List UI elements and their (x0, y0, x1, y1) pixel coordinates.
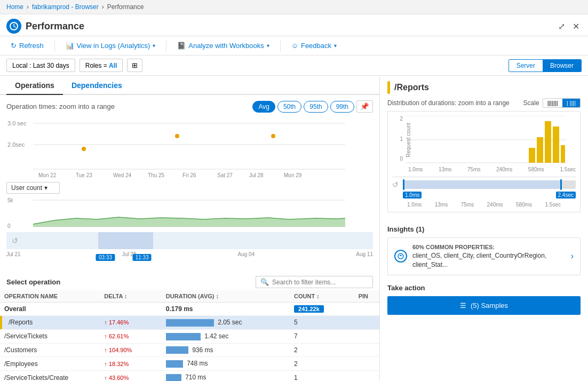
filter-bar: Local : Last 30 days Roles = All ⊞ Serve… (0, 55, 588, 76)
table-row-overall[interactable]: Overall 0.179 ms 241.22k (0, 303, 379, 316)
analyze-workbooks-button[interactable]: 📓 Analyze with Workbooks ▾ (173, 39, 273, 52)
insights-title: Insights (1) (387, 225, 581, 233)
search-box: 🔍 (256, 276, 373, 288)
svg-text:5k: 5k (7, 197, 14, 203)
search-input[interactable] (272, 279, 368, 286)
pill-99th[interactable]: 99th (330, 101, 354, 113)
table-row-servicetickets[interactable]: /ServiceTickets ↑ 62.61% 1.42 sec 7 (0, 329, 379, 343)
report-title: /Reports (394, 83, 429, 92)
server-button[interactable]: Server (509, 60, 543, 72)
table-row-servicetickets-create[interactable]: /ServiceTickets/Create ↑ 43.60% 710 ms 1 (0, 371, 379, 381)
table-row-reports[interactable]: /Reports ↑ 17.46% 2.05 sec 5 (0, 316, 379, 330)
scale-control: Scale ||||||| | |||| (523, 98, 581, 108)
take-action-title: Take action (387, 284, 581, 292)
operations-table: OPERATION NAME DELTA ↕ DURATION (AVG) ↕ … (0, 290, 379, 381)
performance-icon (6, 19, 21, 34)
scale-log-btn[interactable]: | |||| (562, 99, 580, 107)
breadcrumb-home[interactable]: Home (6, 3, 23, 11)
svg-text:Mon 29: Mon 29 (284, 172, 302, 178)
svg-point-7 (175, 134, 179, 138)
right-panel-header: /Reports (387, 81, 581, 94)
svg-text:0: 0 (7, 223, 11, 229)
svg-text:Jul 28: Jul 28 (249, 172, 264, 178)
report-indicator (387, 81, 390, 94)
tab-operations[interactable]: Operations (6, 76, 63, 95)
y-axis-label: Request count (406, 123, 411, 157)
svg-point-8 (271, 134, 275, 138)
duration-bar-customers (166, 346, 188, 354)
feedback-button[interactable]: ☺ Feedback ▾ (287, 39, 341, 52)
refresh-icon: ↻ (11, 42, 17, 50)
range-label-end: 2.4sec (556, 192, 576, 199)
workbooks-icon: 📓 (177, 42, 186, 50)
workbooks-chevron-icon: ▾ (267, 43, 269, 49)
user-count-dropdown[interactable]: User count ▾ (6, 182, 60, 194)
feedback-icon: ☺ (291, 42, 298, 50)
col-duration: DURATION (AVG) ↕ (162, 290, 278, 303)
svg-text:3.0 sec: 3.0 sec (7, 120, 27, 126)
breadcrumb: Home › fabrikamprod - Browser › Performa… (0, 0, 588, 14)
roles-filter-button[interactable]: Roles = All (80, 59, 123, 72)
logs-icon: 📊 (66, 42, 74, 50)
browser-button[interactable]: Browser (543, 60, 581, 72)
page-header: Performance ⤢ ✕ (0, 14, 588, 36)
feedback-chevron-icon: ▾ (334, 43, 337, 49)
timeline-reset-icon[interactable]: ↺ (12, 236, 18, 245)
operations-table-container: OPERATION NAME DELTA ↕ DURATION (AVG) ↕ … (0, 290, 379, 381)
samples-button[interactable]: ☰ (5) Samples (387, 296, 581, 315)
dropdown-chevron-icon: ▾ (44, 184, 47, 192)
breadcrumb-resource[interactable]: fabrikamprod - Browser (32, 3, 99, 11)
range-reset-icon[interactable]: ↺ (392, 180, 399, 189)
select-operation-header: Select operation 🔍 (0, 272, 379, 290)
svg-rect-27 (545, 121, 551, 163)
insight-card[interactable]: 60% COMMON PROPERTIES: client_OS, client… (387, 237, 581, 275)
scale-toggle: ||||||| | |||| (543, 98, 581, 108)
sort-count-icon[interactable]: ↕ (316, 293, 320, 299)
close-button[interactable]: ✕ (570, 19, 582, 34)
svg-text:Sat 27: Sat 27 (217, 172, 233, 178)
scale-linear-btn[interactable]: ||||||| (543, 99, 562, 107)
right-panel: /Reports Distribution of durations: zoom… (380, 76, 588, 381)
refresh-button[interactable]: ↻ Refresh (6, 39, 48, 52)
pin-chart-button[interactable]: 📌 (356, 100, 373, 113)
svg-point-6 (82, 147, 86, 151)
filter-icon-button[interactable]: ⊞ (127, 59, 142, 72)
col-operation-name: OPERATION NAME (0, 290, 100, 303)
pill-95th[interactable]: 95th (304, 101, 328, 113)
dist-bars-svg (406, 116, 566, 164)
left-panel: Operations Dependencies Operation times:… (0, 76, 380, 381)
pill-50th[interactable]: 50th (277, 101, 301, 113)
table-row-customers[interactable]: /Customers ↑ 104.90% 936 ms 2 (0, 343, 379, 357)
sort-duration-icon[interactable]: ↕ (216, 293, 219, 299)
duration-bar-servicetickets (166, 333, 201, 340)
duration-bar-employees (166, 360, 183, 368)
view-in-logs-button[interactable]: 📊 View in Logs (Analytics) ▾ (61, 39, 160, 52)
overall-duration: 0.179 ms (162, 303, 278, 316)
col-count: COUNT ↕ (290, 290, 343, 303)
insight-icon (394, 250, 407, 263)
insight-chevron-icon: › (571, 251, 574, 261)
time-filter-button[interactable]: Local : Last 30 days (6, 59, 75, 72)
server-browser-toggle: Server Browser (508, 59, 582, 72)
timeline-marker-right: 11:33 (133, 254, 152, 261)
dist-chart: 2 1 0 Request count (387, 111, 581, 212)
svg-text:Fri 26: Fri 26 (182, 172, 196, 178)
maximize-button[interactable]: ⤢ (556, 19, 567, 34)
svg-rect-25 (529, 148, 535, 163)
svg-rect-26 (537, 137, 543, 163)
search-icon: 🔍 (260, 278, 269, 286)
page-title: Performance (26, 21, 84, 32)
svg-text:Thu 25: Thu 25 (148, 172, 165, 178)
table-icon: ☰ (460, 301, 466, 309)
range-label-start: 1.0ms (403, 192, 422, 199)
table-row-employees[interactable]: /Employees ↑ 18.32% 748 ms 2 (0, 357, 379, 371)
sort-delta-icon[interactable]: ↕ (124, 293, 128, 299)
chart-title: Operation times: zoom into a range (6, 102, 115, 110)
toolbar: ↻ Refresh 📊 View in Logs (Analytics) ▾ 📓… (0, 36, 588, 55)
tab-dependencies[interactable]: Dependencies (63, 76, 131, 95)
main-chart: 3.0 sec 2.0sec Mon 22 Tue 23 Wed 24 Thu … (6, 116, 373, 180)
user-count-section: User count ▾ 5k 0 (0, 180, 379, 232)
pill-avg[interactable]: Avg (252, 101, 275, 113)
take-action-section: Take action ☰ (5) Samples (387, 284, 581, 315)
duration-bar-stc (166, 374, 181, 381)
